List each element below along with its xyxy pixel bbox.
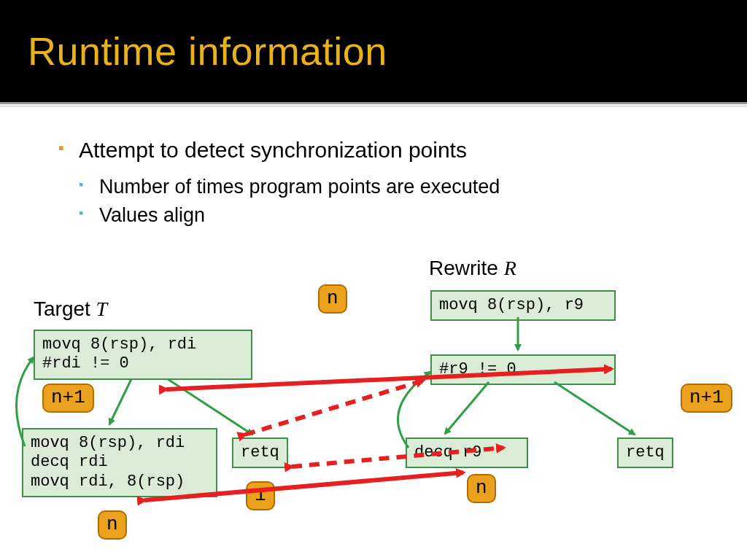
target-label-text: Target: [34, 298, 96, 320]
target-box-2: movq 8(rsp), rdi decq rdi movq rdi, 8(rs…: [22, 428, 217, 497]
badge-t-n: n: [98, 510, 127, 540]
target-label-sym: T: [96, 298, 108, 320]
sync-arrow-n: [144, 472, 463, 500]
bullet-1: Attempt to detect synchronization points…: [58, 136, 747, 230]
arrow-t1-t2: [109, 379, 131, 424]
bullet-1b-text: Values align: [79, 201, 747, 230]
rewrite-box-3: decq r9: [406, 438, 528, 468]
badge-t-np1: n+1: [42, 384, 94, 413]
badge-n-top: n: [318, 284, 347, 314]
sync-arrow-dashed-low: [292, 448, 503, 467]
rewrite-label: Rewrite R: [429, 257, 516, 280]
arrow-r2-r3: [445, 382, 489, 434]
bullet-1a-text: Number of times program points are execu…: [79, 173, 747, 201]
rewrite-label-text: Rewrite: [429, 257, 504, 279]
body: Attempt to detect synchronization points…: [0, 106, 747, 230]
target-box-1: movq 8(rsp), rdi #rdi != 0: [34, 330, 252, 380]
rewrite-label-sym: R: [504, 257, 516, 279]
rewrite-retq-box: retq: [617, 438, 673, 468]
title-bar: Runtime information: [0, 0, 747, 102]
bullet-1-text: Attempt to detect synchronization points: [79, 138, 467, 162]
arrow-t2-t1: [16, 357, 34, 446]
target-retq-box: retq: [232, 438, 288, 468]
arrow-r3-r2: [398, 372, 430, 448]
slide-title: Runtime information: [28, 28, 387, 74]
bullet-list: Attempt to detect synchronization points…: [58, 136, 747, 230]
badge-r-np1: n+1: [681, 384, 732, 413]
rewrite-box-2: #r9 != 0: [430, 354, 616, 385]
badge-one: 1: [246, 481, 275, 510]
title-rule: [0, 102, 747, 104]
rewrite-box-1: movq 8(rsp), r9: [430, 290, 616, 321]
badge-r-n: n: [467, 474, 496, 503]
sync-arrow-dashed-high: [245, 381, 423, 435]
arrow-r2-ret: [554, 382, 635, 435]
sync-arrow-conditions: [166, 369, 611, 389]
arrow-t1-ret: [168, 379, 252, 435]
target-label: Target T: [34, 298, 107, 321]
